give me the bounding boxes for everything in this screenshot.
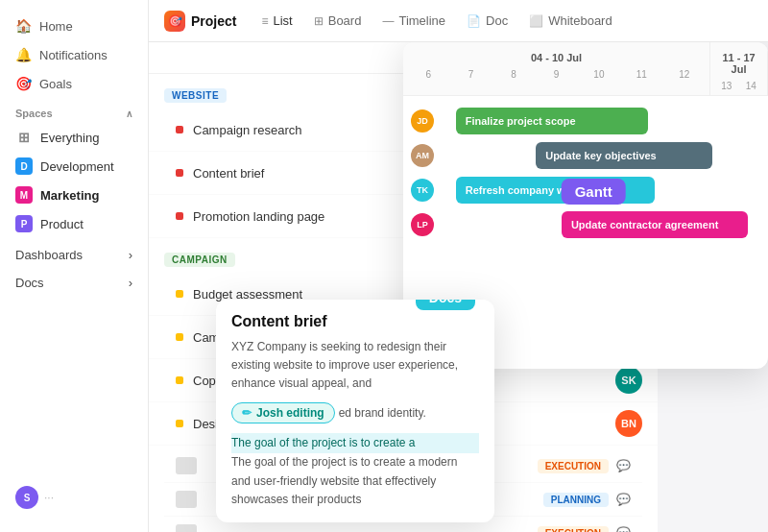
sidebar-item-docs[interactable]: Docs › [0,266,148,294]
gantt-day: 14 [741,81,760,91]
tab-doc[interactable]: 📄 Doc [457,8,517,34]
sidebar-item-product[interactable]: P Product [0,209,148,238]
task-bullet-yellow [176,376,183,384]
gantt-day: 7 [462,69,481,80]
docs-badge: Docs [416,300,475,310]
gantt-header: 04 - 10 Jul 6 7 8 9 10 11 12 11 - 17 Jul [403,42,768,96]
gantt-avatar: TK [411,179,434,202]
dashboards-label: Dashboards [15,248,83,262]
tab-timeline[interactable]: — Timeline [372,8,455,34]
task-bullet-red [176,126,183,133]
tab-doc-label: Doc [486,13,508,28]
chat-icon: 💬 [616,526,631,532]
gantt-date-range-1: 04 - 10 Jul [403,48,709,67]
sidebar-item-notifications[interactable]: 🔔 Notifications [0,40,148,69]
nav-tabs: ≡ List ⊞ Board — Timeline 📄 Doc ⬜ Whi [252,8,621,34]
gantt-row: AM Update key objectives [403,138,768,173]
pencil-icon: ✏ [242,406,252,420]
development-dot: D [15,157,33,175]
dashboards-arrow-icon: › [129,248,132,262]
task-bullet-red [176,169,183,177]
gantt-bar-container: Update key objectives [440,142,760,169]
gantt-day: 10 [589,69,609,80]
docs-text-1: XYZ Company is seeking to redesign their… [231,338,479,394]
tab-timeline-label: Timeline [398,13,445,28]
gantt-day: 13 [717,81,736,91]
gantt-tooltip-label: Gantt [575,183,612,200]
user-avatar: S [15,486,38,509]
gantt-bar-label: Finalize project scope [466,115,576,127]
gantt-bar-label: Update contractor agreement [571,219,718,230]
project-title: Project [191,13,236,29]
gantt-avatar: AM [411,144,434,167]
task-bullet-yellow [176,420,183,427]
sidebar-item-marketing[interactable]: M Marketing [0,181,148,209]
gantt-date-group-1: 04 - 10 Jul 6 7 8 9 10 11 12 [403,42,710,95]
board-icon: ⊞ [314,14,324,28]
sidebar: 🏠 Home 🔔 Notifications 🎯 Goals Spaces ∧ … [0,0,149,532]
gantt-day: 6 [419,69,438,80]
gantt-days-1: 6 7 8 9 10 11 12 [403,67,709,82]
editing-row: ✏ Josh editing ed brand identity. [231,399,479,427]
josh-editing-badge: ✏ Josh editing [231,402,335,423]
docs-brand-text: ed brand identity. [339,404,426,423]
gantt-day: 9 [546,69,565,80]
gantt-bar-finalize: Finalize project scope [456,108,648,134]
docs-title: Content brief [231,313,479,330]
docs-arrow-icon: › [129,276,132,290]
campaign-badge: CAMPAIGN [164,253,235,267]
spaces-title: Spaces [15,108,53,119]
gantt-bar-label: Update key objectives [545,150,657,161]
task-bullet-yellow [176,290,183,298]
website-badge: WEBSITE [164,88,227,103]
home-label: Home [39,19,73,34]
status-badge: EXECUTION [538,526,609,533]
calendar-icon [176,457,197,474]
sidebar-item-dashboards[interactable]: Dashboards › [0,238,148,266]
panels-area: ASSIGNEE WEBSITE Campaign research JD Co… [149,42,768,532]
sidebar-item-home[interactable]: 🏠 Home [0,12,148,40]
status-badge: EXECUTION [538,459,609,473]
tab-list[interactable]: ≡ List [252,8,301,34]
docs-label: Docs [15,276,44,290]
gantt-bar-container: Update contractor agreement [440,211,760,238]
tab-board[interactable]: ⊞ Board [304,8,372,34]
user-area[interactable]: S ··· [0,474,148,520]
docs-content: Content brief XYZ Company is seeking to … [216,300,494,522]
marketing-dot: M [15,186,33,204]
timeline-icon: — [382,14,394,28]
sidebar-item-development[interactable]: D Development [0,152,148,181]
sidebar-item-goals[interactable]: 🎯 Goals [0,69,148,98]
user-menu-icon: ··· [44,491,54,504]
task-assignee-avatar: BN [615,410,642,437]
gantt-days-2: 13 14 [710,79,767,93]
tab-whiteboard-label: Whiteboard [548,13,612,28]
spaces-section-label: Spaces ∧ [0,98,148,123]
task-bullet-yellow [176,333,183,341]
gantt-row: JD Finalize project scope [403,104,768,138]
docs-panel: Docs Content brief XYZ Company is seekin… [216,300,494,522]
sidebar-item-everything[interactable]: ⊞ Everything [0,123,148,152]
docs-paragraph-1: XYZ Company is seeking to redesign their… [231,340,458,390]
editing-user-label: Josh editing [256,406,324,420]
docs-highlighted-text: The goal of the project is to create a [231,433,479,453]
task-assignee-avatar: SK [615,367,642,394]
gantt-day: 8 [504,69,523,80]
calendar-icon [176,491,197,508]
everything-icon: ⊞ [15,129,33,146]
bell-icon: 🔔 [15,47,32,62]
everything-label: Everything [40,131,99,145]
docs-text-3: The goal of the project is to create a m… [231,453,479,509]
goals-icon: 🎯 [15,76,32,91]
gantt-avatar: LP [411,213,434,236]
gantt-day: 12 [675,69,694,80]
gantt-day: 11 [632,69,651,80]
chat-icon: 💬 [616,459,631,472]
calendar-icon [176,524,197,532]
gantt-date-group-2: 11 - 17 Jul 13 14 [710,42,768,95]
chat-icon: 💬 [616,493,631,506]
tab-whiteboard[interactable]: ⬜ Whiteboard [519,8,621,34]
gantt-row: TK Refresh company website Gantt [403,173,768,207]
doc-icon: 📄 [467,14,481,28]
project-icon: 🎯 [164,11,185,32]
